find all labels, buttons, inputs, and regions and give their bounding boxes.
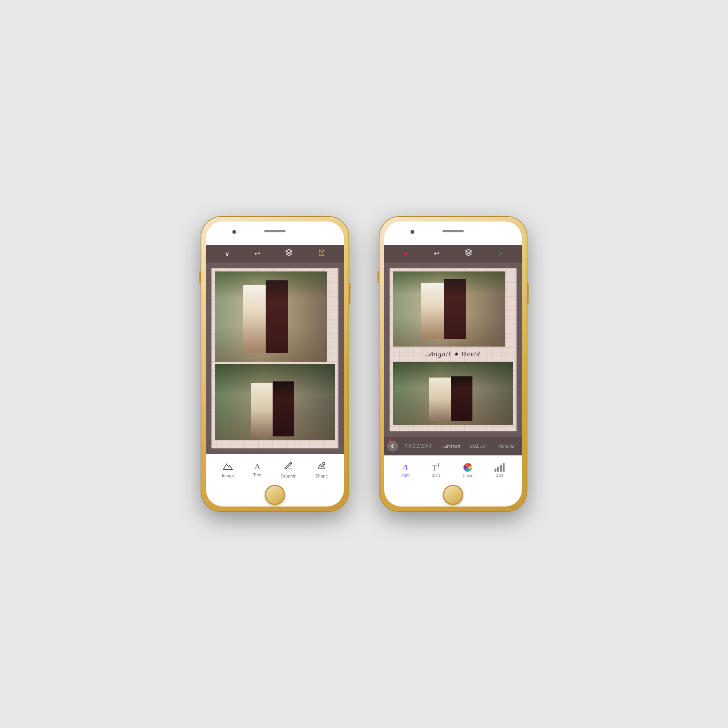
- phone-2: ✕ ↩ ✓ 𝒜bigail ✦ David: [379, 217, 527, 511]
- nav-label-shape: Shape: [315, 474, 328, 478]
- speaker-grille: [264, 230, 286, 232]
- canvas-area-2: 𝒜bigail ✦ David: [384, 263, 522, 437]
- undo-icon-2[interactable]: ↩: [434, 249, 440, 258]
- power-button: [349, 283, 350, 304]
- phone-top-bar-2: [384, 221, 522, 245]
- tool-color[interactable]: Color: [463, 463, 472, 478]
- font-notification-dot: [389, 439, 391, 441]
- bottom-nav-1: Image A Text Graphic: [206, 454, 344, 483]
- canvas-area-1: [206, 263, 344, 454]
- color-circle-icon: [463, 463, 472, 472]
- canvas-bg-1: [211, 268, 338, 448]
- nav-label-text: Text: [253, 472, 261, 477]
- tool-color-label: Color: [463, 474, 472, 478]
- font-option-panama[interactable]: 𝒫anama: [494, 441, 517, 451]
- phone-bottom-bar-2: [384, 483, 522, 507]
- text-a-icon: A: [254, 462, 261, 471]
- nav-item-shape[interactable]: Shape: [315, 461, 328, 478]
- power-button-2: [527, 283, 529, 304]
- wedding-photo-4: [393, 362, 513, 425]
- tool-font-label: Font: [402, 473, 410, 477]
- editor-toolbar-1: ∨ ↩: [206, 245, 344, 263]
- phone-top-bar: [206, 221, 344, 245]
- nav-item-graphic[interactable]: Graphic: [281, 461, 296, 478]
- undo-icon[interactable]: ↩: [254, 249, 260, 258]
- layers-icon[interactable]: [285, 249, 293, 259]
- wedding-photo-3: [393, 271, 505, 347]
- font-option-raceway[interactable]: RACEWAY: [401, 442, 436, 450]
- wedding-photo-1: [215, 271, 327, 362]
- front-camera-2: [410, 230, 414, 234]
- mountain-icon: [223, 462, 233, 472]
- layers-icon-2[interactable]: [465, 249, 472, 259]
- graphic-pen-icon: [284, 461, 293, 472]
- photo-slot-bottom-2[interactable]: [393, 362, 513, 425]
- home-button-2[interactable]: [443, 485, 463, 505]
- canvas-bg-2: 𝒜bigail ✦ David: [390, 268, 517, 431]
- tool-style-label: Style: [432, 473, 441, 477]
- phone-2-screen: ✕ ↩ ✓ 𝒜bigail ✦ David: [384, 221, 522, 507]
- wedding-photo-2: [215, 364, 335, 440]
- volume-button: [199, 271, 201, 283]
- phone-bottom-bar-1: [206, 483, 344, 507]
- front-camera: [232, 230, 236, 234]
- photo-slot-bottom-1[interactable]: [215, 364, 335, 440]
- font-selector-row: RACEWAY 𝒜rtisan editor 𝒫anama: [384, 437, 522, 455]
- confirm-icon[interactable]: ✓: [498, 249, 503, 258]
- font-chevron-button[interactable]: [387, 441, 398, 452]
- font-a-icon: A: [403, 463, 409, 472]
- phone-1: ∨ ↩: [201, 217, 349, 511]
- speaker-grille-2: [443, 230, 464, 232]
- nav-label-image: Image: [222, 473, 234, 478]
- app-screen-2: ✕ ↩ ✓ 𝒜bigail ✦ David: [384, 245, 522, 483]
- nav-label-graphic: Graphic: [281, 474, 296, 478]
- shape-icon: [317, 461, 326, 472]
- font-option-artisan[interactable]: 𝒜rtisan: [439, 441, 464, 451]
- phone-1-screen: ∨ ↩: [206, 221, 344, 507]
- share-icon[interactable]: [318, 249, 325, 259]
- tool-font[interactable]: A Font: [402, 463, 410, 477]
- close-icon[interactable]: ✕: [403, 249, 409, 258]
- photo-slot-top-2[interactable]: [393, 271, 505, 347]
- chevron-down-icon[interactable]: ∨: [225, 249, 230, 258]
- text-toolbar: A Font TT Style Color: [384, 455, 522, 483]
- app-screen-1: ∨ ↩: [206, 245, 344, 483]
- tool-size-label: Size: [496, 473, 503, 477]
- tool-size[interactable]: Size: [494, 463, 505, 477]
- svg-point-0: [323, 462, 325, 465]
- text-overlay-names[interactable]: 𝒜bigail ✦ David: [393, 349, 513, 360]
- editor-toolbar-2: ✕ ↩ ✓: [384, 245, 522, 263]
- home-button-1[interactable]: [265, 485, 285, 505]
- tool-style[interactable]: TT Style: [432, 463, 441, 477]
- photo-slot-top-1[interactable]: [215, 271, 327, 362]
- style-tt-icon: TT: [432, 463, 440, 472]
- volume-button-2: [378, 271, 379, 283]
- size-columns-icon: [494, 463, 505, 472]
- nav-item-image[interactable]: Image: [222, 462, 234, 478]
- font-option-editor[interactable]: editor: [467, 442, 491, 451]
- nav-item-text[interactable]: A Text: [253, 462, 261, 477]
